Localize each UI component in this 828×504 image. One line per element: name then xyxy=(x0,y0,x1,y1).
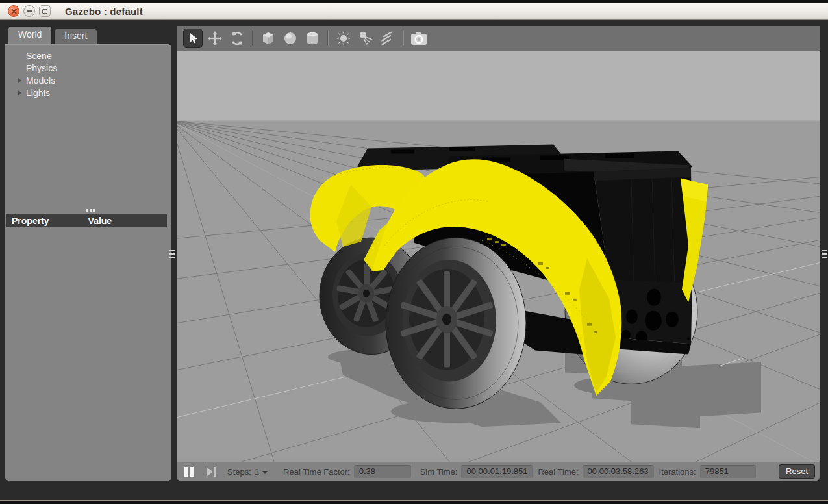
scene-3d xyxy=(177,51,820,462)
left-splitter-handle[interactable] xyxy=(169,250,175,258)
tree-item-models[interactable]: Models xyxy=(5,74,171,86)
tree-item-label: Physics xyxy=(26,63,57,73)
step-forward-icon xyxy=(205,466,217,477)
titlebar[interactable]: Gazebo : default xyxy=(0,3,828,20)
spot-light-icon xyxy=(358,31,373,46)
steps-spinbox[interactable]: 1 xyxy=(251,467,268,477)
maximize-button[interactable] xyxy=(39,5,51,17)
property-column-header: Property xyxy=(12,216,49,226)
iterations-label: Iterations: xyxy=(659,467,696,477)
sphere-tool-button[interactable] xyxy=(281,29,300,48)
sky xyxy=(177,51,820,121)
reset-button[interactable]: Reset xyxy=(779,464,815,479)
tree-item-scene[interactable]: Scene xyxy=(5,49,171,62)
column-resize-handle[interactable] xyxy=(86,209,95,212)
iterations-field[interactable]: 79851 xyxy=(700,465,756,478)
translate-icon xyxy=(207,31,223,46)
translate-tool-button[interactable] xyxy=(205,29,225,48)
directional-light-tool-button[interactable] xyxy=(378,29,397,48)
wheel-front-left xyxy=(386,238,526,409)
tree-item-physics[interactable]: Physics xyxy=(5,62,171,74)
steps-value: 1 xyxy=(255,467,259,477)
gazebo-window: Gazebo : default World Insert Scene Phys… xyxy=(0,0,828,504)
cylinder-tool-button[interactable] xyxy=(303,29,322,48)
horizon xyxy=(177,120,820,121)
rotate-icon xyxy=(229,31,245,46)
rotate-tool-button[interactable] xyxy=(227,29,247,48)
sim-time-label: Sim Time: xyxy=(420,467,458,477)
minimize-button[interactable] xyxy=(23,5,35,17)
steps-label: Steps: xyxy=(227,467,251,477)
real-time-field[interactable]: 00 00:03:58.263 xyxy=(583,465,654,478)
maximize-icon xyxy=(42,9,47,14)
tab-insert[interactable]: Insert xyxy=(54,29,97,44)
panel-tab-bar: World Insert xyxy=(5,26,97,44)
sphere-icon xyxy=(282,31,298,46)
value-column-header: Value xyxy=(88,216,112,226)
toolbar-separator xyxy=(252,31,253,46)
point-light-icon xyxy=(336,31,351,46)
pause-icon xyxy=(184,467,188,477)
render-canvas[interactable] xyxy=(177,51,820,462)
minimize-icon xyxy=(27,10,32,12)
point-light-tool-button[interactable] xyxy=(334,29,353,48)
toolbar-separator xyxy=(403,31,404,46)
tree-item-label: Lights xyxy=(26,88,50,98)
world-tree-panel: Scene Physics Models Lights Property xyxy=(5,44,171,481)
directional-light-icon xyxy=(380,31,395,46)
box-tool-button[interactable] xyxy=(258,29,278,48)
desktop-edge-bottom xyxy=(0,501,828,504)
screenshot-tool-button[interactable] xyxy=(409,29,429,48)
close-button[interactable] xyxy=(8,5,19,17)
real-time-label: Real Time: xyxy=(538,467,578,477)
toolbar-separator xyxy=(327,31,329,46)
property-value-header: Property Value xyxy=(6,214,167,227)
render-viewport-panel: Steps: 1 Real Time Factor: 0.38 Sim Time… xyxy=(177,26,820,481)
spot-light-tool-button[interactable] xyxy=(356,29,375,48)
window-title: Gazebo : default xyxy=(65,6,143,17)
camera-icon xyxy=(410,31,427,45)
world-panel: World Insert Scene Physics Models xyxy=(5,26,171,481)
world-tree: Scene Physics Models Lights xyxy=(5,45,171,99)
rtf-field[interactable]: 0.38 xyxy=(354,465,411,478)
rtf-label: Real Time Factor: xyxy=(283,467,350,477)
pause-button[interactable] xyxy=(183,466,195,478)
expand-arrow-icon[interactable] xyxy=(18,90,21,95)
render-toolbar xyxy=(177,26,820,51)
tree-item-label: Models xyxy=(26,75,55,86)
tree-item-label: Scene xyxy=(26,51,52,61)
step-button[interactable] xyxy=(204,465,218,479)
simulation-statusbar: Steps: 1 Real Time Factor: 0.38 Sim Time… xyxy=(177,462,820,481)
pause-icon xyxy=(190,467,194,477)
spin-down-icon[interactable] xyxy=(262,471,268,474)
sim-time-field[interactable]: 00 00:01:19.851 xyxy=(461,465,533,478)
right-splitter-handle[interactable] xyxy=(822,250,827,258)
select-tool-button[interactable] xyxy=(183,29,203,48)
expand-arrow-icon[interactable] xyxy=(18,78,21,83)
tab-world[interactable]: World xyxy=(8,26,52,44)
close-icon xyxy=(11,8,17,14)
box-icon xyxy=(260,31,276,46)
tree-item-lights[interactable]: Lights xyxy=(5,86,171,99)
select-arrow-icon xyxy=(186,32,199,45)
cylinder-icon xyxy=(305,31,320,46)
